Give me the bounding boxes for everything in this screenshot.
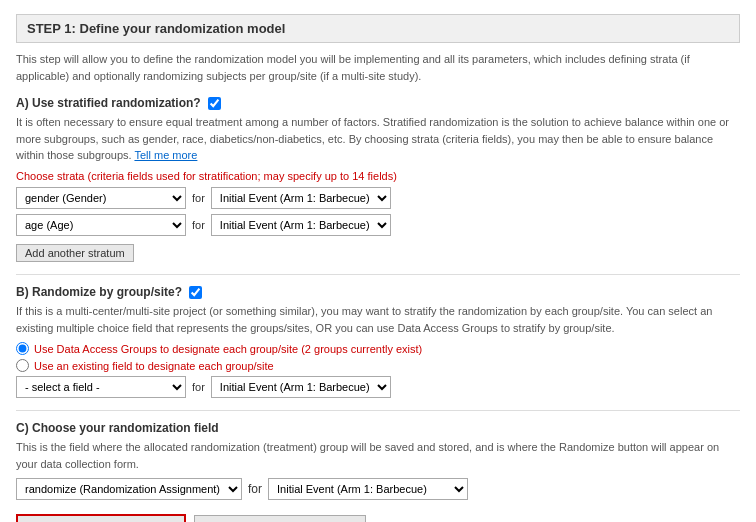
group-site-field-row: - select a field - for Initial Event (Ar… — [16, 376, 740, 398]
randomize-for-label: for — [248, 482, 262, 496]
main-container: STEP 1: Define your randomization model … — [0, 0, 756, 522]
divider-bc — [16, 410, 740, 411]
section-a: A) Use stratified randomization? It is o… — [16, 96, 740, 262]
section-c-title: C) Choose your randomization field — [16, 421, 740, 435]
radio-existing[interactable] — [16, 359, 29, 372]
radio-existing-label: Use an existing field to designate each … — [34, 360, 274, 372]
for-label-2: for — [192, 219, 205, 231]
section-b-title: B) Randomize by group/site? — [16, 285, 740, 299]
strata-label: Choose strata (criteria fields used for … — [16, 170, 740, 182]
strata-event-select-1[interactable]: Initial Event (Arm 1: Barbecue) — [211, 187, 391, 209]
divider-ab — [16, 274, 740, 275]
strata-row-1: gender (Gender) for Initial Event (Arm 1… — [16, 187, 740, 209]
section-c: C) Choose your randomization field This … — [16, 421, 740, 500]
strata-row-2: age (Age) for Initial Event (Arm 1: Barb… — [16, 214, 740, 236]
action-row: Save randomization model Erase randomiza… — [16, 514, 740, 522]
step-header: STEP 1: Define your randomization model — [16, 14, 740, 43]
group-site-event-select[interactable]: Initial Event (Arm 1: Barbecue) — [211, 376, 391, 398]
group-site-field-select[interactable]: - select a field - — [16, 376, 186, 398]
randomize-field-select[interactable]: randomize (Randomization Assignment) — [16, 478, 242, 500]
intro-text: This step will allow you to define the r… — [16, 51, 740, 84]
for-label-1: for — [192, 192, 205, 204]
randomize-event-select[interactable]: Initial Event (Arm 1: Barbecue) — [268, 478, 468, 500]
section-a-title: A) Use stratified randomization? — [16, 96, 740, 110]
group-site-for-label: for — [192, 381, 205, 393]
stratified-randomization-checkbox[interactable] — [208, 97, 221, 110]
section-b: B) Randomize by group/site? If this is a… — [16, 285, 740, 398]
strata-field-select-1[interactable]: gender (Gender) — [16, 187, 186, 209]
erase-randomization-button[interactable]: Erase randomization model — [194, 515, 366, 522]
strata-event-select-2[interactable]: Initial Event (Arm 1: Barbecue) — [211, 214, 391, 236]
section-b-desc: If this is a multi-center/multi-site pro… — [16, 303, 740, 336]
radio-row-existing: Use an existing field to designate each … — [16, 359, 740, 372]
randomize-field-row: randomize (Randomization Assignment) for… — [16, 478, 740, 500]
radio-dag[interactable] — [16, 342, 29, 355]
strata-field-select-2[interactable]: age (Age) — [16, 214, 186, 236]
section-a-desc: It is often necessary to ensure equal tr… — [16, 114, 740, 164]
section-c-desc: This is the field where the allocated ra… — [16, 439, 740, 472]
save-randomization-button[interactable]: Save randomization model — [16, 514, 186, 522]
radio-dag-label: Use Data Access Groups to designate each… — [34, 343, 422, 355]
step-header-text: STEP 1: Define your randomization model — [27, 21, 285, 36]
add-stratum-button[interactable]: Add another stratum — [16, 244, 134, 262]
radio-row-dag: Use Data Access Groups to designate each… — [16, 342, 740, 355]
group-site-checkbox[interactable] — [189, 286, 202, 299]
tell-me-more-link[interactable]: Tell me more — [134, 149, 197, 161]
